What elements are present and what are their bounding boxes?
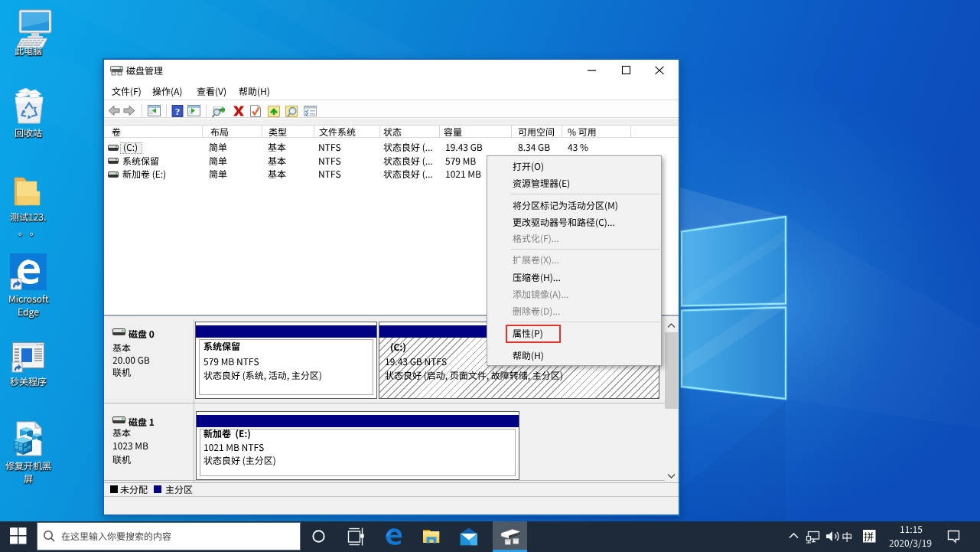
svg-text:?: ? [175, 106, 181, 117]
